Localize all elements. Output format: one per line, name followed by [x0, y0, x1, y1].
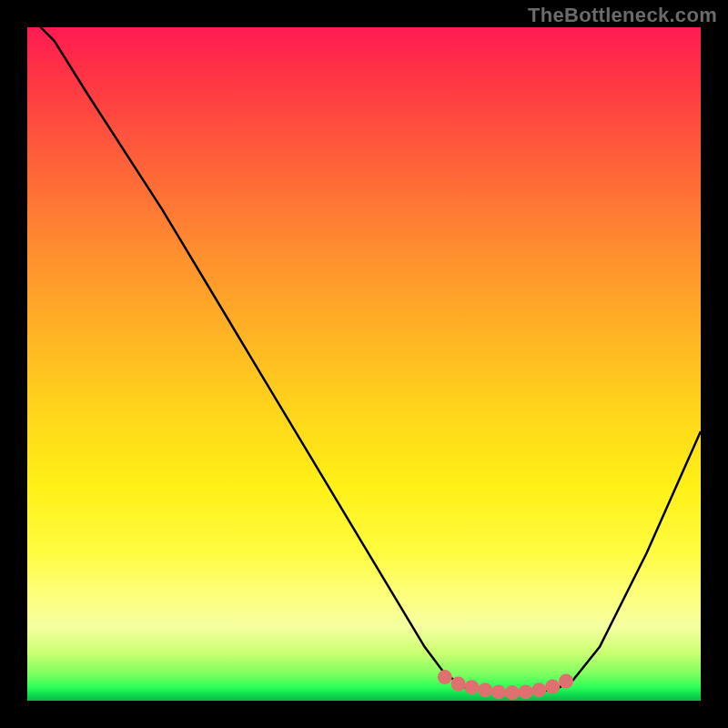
chart-overlay — [27, 27, 701, 701]
optimum-marker — [464, 680, 479, 694]
optimum-marker — [519, 684, 533, 699]
optimum-marker — [531, 682, 546, 697]
chart-frame: TheBottleneck.com — [0, 0, 728, 728]
optimum-marker — [451, 677, 466, 692]
optimum-marker — [545, 680, 560, 694]
optimum-marker — [478, 682, 492, 697]
watermark-text: TheBottleneck.com — [528, 4, 717, 27]
optimum-markers — [438, 670, 573, 700]
optimum-marker — [491, 684, 506, 699]
optimum-marker — [505, 685, 520, 700]
bottleneck-curve — [27, 27, 701, 693]
plot-area — [27, 27, 701, 701]
optimum-marker — [559, 674, 573, 689]
optimum-marker — [438, 670, 452, 684]
